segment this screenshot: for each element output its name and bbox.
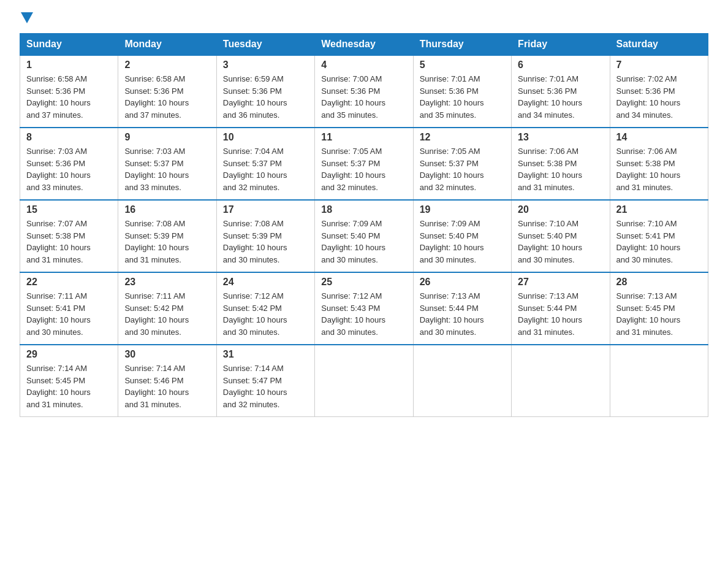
day-info: Sunrise: 7:12 AM Sunset: 5:43 PM Dayligh… xyxy=(321,290,406,338)
calendar-header-row: SundayMondayTuesdayWednesdayThursdayFrid… xyxy=(20,34,708,56)
header-thursday: Thursday xyxy=(413,34,511,56)
day-number: 27 xyxy=(518,277,603,288)
calendar-cell: 31 Sunrise: 7:14 AM Sunset: 5:47 PM Dayl… xyxy=(216,345,314,417)
day-number: 12 xyxy=(420,132,505,143)
logo xyxy=(20,15,33,23)
day-number: 13 xyxy=(518,132,603,143)
calendar-cell: 24 Sunrise: 7:12 AM Sunset: 5:42 PM Dayl… xyxy=(216,272,314,345)
calendar-cell: 22 Sunrise: 7:11 AM Sunset: 5:41 PM Dayl… xyxy=(20,272,118,345)
day-info: Sunrise: 7:13 AM Sunset: 5:44 PM Dayligh… xyxy=(518,290,603,338)
calendar-cell: 28 Sunrise: 7:13 AM Sunset: 5:45 PM Dayl… xyxy=(610,272,708,345)
day-number: 5 xyxy=(420,59,505,71)
day-info: Sunrise: 7:11 AM Sunset: 5:42 PM Dayligh… xyxy=(124,290,210,338)
calendar-cell: 10 Sunrise: 7:04 AM Sunset: 5:37 PM Dayl… xyxy=(216,128,314,200)
day-info: Sunrise: 7:14 AM Sunset: 5:45 PM Dayligh… xyxy=(26,362,112,410)
day-info: Sunrise: 7:02 AM Sunset: 5:36 PM Dayligh… xyxy=(616,73,702,121)
day-info: Sunrise: 7:04 AM Sunset: 5:37 PM Dayligh… xyxy=(223,145,308,193)
day-info: Sunrise: 7:09 AM Sunset: 5:40 PM Dayligh… xyxy=(321,218,406,266)
calendar-cell: 9 Sunrise: 7:03 AM Sunset: 5:37 PM Dayli… xyxy=(118,128,216,200)
calendar-cell: 25 Sunrise: 7:12 AM Sunset: 5:43 PM Dayl… xyxy=(315,272,413,345)
header-wednesday: Wednesday xyxy=(315,34,413,56)
calendar-week-row: 1 Sunrise: 6:58 AM Sunset: 5:36 PM Dayli… xyxy=(20,55,708,128)
day-info: Sunrise: 7:14 AM Sunset: 5:47 PM Dayligh… xyxy=(223,362,308,410)
calendar-cell: 2 Sunrise: 6:58 AM Sunset: 5:36 PM Dayli… xyxy=(118,55,216,128)
day-number: 26 xyxy=(420,277,505,288)
day-number: 31 xyxy=(223,349,308,360)
day-number: 28 xyxy=(616,277,702,288)
day-info: Sunrise: 7:09 AM Sunset: 5:40 PM Dayligh… xyxy=(420,218,505,266)
day-info: Sunrise: 7:05 AM Sunset: 5:37 PM Dayligh… xyxy=(321,145,406,193)
day-number: 15 xyxy=(26,204,112,215)
calendar-cell: 12 Sunrise: 7:05 AM Sunset: 5:37 PM Dayl… xyxy=(413,128,511,200)
day-number: 3 xyxy=(223,59,308,71)
day-info: Sunrise: 7:06 AM Sunset: 5:38 PM Dayligh… xyxy=(518,145,603,193)
calendar-cell: 3 Sunrise: 6:59 AM Sunset: 5:36 PM Dayli… xyxy=(216,55,314,128)
calendar-cell: 14 Sunrise: 7:06 AM Sunset: 5:38 PM Dayl… xyxy=(610,128,708,200)
day-number: 4 xyxy=(321,59,406,71)
calendar-cell: 5 Sunrise: 7:01 AM Sunset: 5:36 PM Dayli… xyxy=(413,55,511,128)
day-number: 29 xyxy=(26,349,112,360)
calendar-week-row: 29 Sunrise: 7:14 AM Sunset: 5:45 PM Dayl… xyxy=(20,345,708,417)
calendar-cell: 27 Sunrise: 7:13 AM Sunset: 5:44 PM Dayl… xyxy=(512,272,610,345)
calendar-cell xyxy=(610,345,708,417)
calendar-week-row: 8 Sunrise: 7:03 AM Sunset: 5:36 PM Dayli… xyxy=(20,128,708,200)
day-number: 22 xyxy=(26,277,112,288)
day-info: Sunrise: 6:59 AM Sunset: 5:36 PM Dayligh… xyxy=(223,73,308,121)
calendar-table: SundayMondayTuesdayWednesdayThursdayFrid… xyxy=(20,33,708,417)
day-info: Sunrise: 7:00 AM Sunset: 5:36 PM Dayligh… xyxy=(321,73,406,121)
day-info: Sunrise: 7:08 AM Sunset: 5:39 PM Dayligh… xyxy=(124,218,210,266)
day-number: 2 xyxy=(124,59,210,71)
day-number: 1 xyxy=(26,59,112,71)
header-friday: Friday xyxy=(512,34,610,56)
day-info: Sunrise: 7:14 AM Sunset: 5:46 PM Dayligh… xyxy=(124,362,210,410)
day-number: 16 xyxy=(124,204,210,215)
day-number: 7 xyxy=(616,59,702,71)
day-info: Sunrise: 7:13 AM Sunset: 5:44 PM Dayligh… xyxy=(420,290,505,338)
day-number: 9 xyxy=(124,132,210,143)
day-info: Sunrise: 7:06 AM Sunset: 5:38 PM Dayligh… xyxy=(616,145,702,193)
day-number: 21 xyxy=(616,204,702,215)
day-info: Sunrise: 6:58 AM Sunset: 5:36 PM Dayligh… xyxy=(124,73,210,121)
calendar-cell: 6 Sunrise: 7:01 AM Sunset: 5:36 PM Dayli… xyxy=(512,55,610,128)
day-number: 30 xyxy=(124,349,210,360)
day-info: Sunrise: 6:58 AM Sunset: 5:36 PM Dayligh… xyxy=(26,73,112,121)
day-info: Sunrise: 7:01 AM Sunset: 5:36 PM Dayligh… xyxy=(518,73,603,121)
calendar-cell: 21 Sunrise: 7:10 AM Sunset: 5:41 PM Dayl… xyxy=(610,200,708,272)
day-info: Sunrise: 7:01 AM Sunset: 5:36 PM Dayligh… xyxy=(420,73,505,121)
logo-triangle-icon xyxy=(21,12,33,23)
calendar-cell: 30 Sunrise: 7:14 AM Sunset: 5:46 PM Dayl… xyxy=(118,345,216,417)
calendar-cell: 16 Sunrise: 7:08 AM Sunset: 5:39 PM Dayl… xyxy=(118,200,216,272)
header-sunday: Sunday xyxy=(20,34,118,56)
calendar-cell: 18 Sunrise: 7:09 AM Sunset: 5:40 PM Dayl… xyxy=(315,200,413,272)
calendar-cell xyxy=(315,345,413,417)
day-number: 23 xyxy=(124,277,210,288)
calendar-cell xyxy=(512,345,610,417)
day-number: 19 xyxy=(420,204,505,215)
calendar-week-row: 22 Sunrise: 7:11 AM Sunset: 5:41 PM Dayl… xyxy=(20,272,708,345)
day-info: Sunrise: 7:11 AM Sunset: 5:41 PM Dayligh… xyxy=(26,290,112,338)
day-info: Sunrise: 7:05 AM Sunset: 5:37 PM Dayligh… xyxy=(420,145,505,193)
calendar-cell: 15 Sunrise: 7:07 AM Sunset: 5:38 PM Dayl… xyxy=(20,200,118,272)
day-info: Sunrise: 7:13 AM Sunset: 5:45 PM Dayligh… xyxy=(616,290,702,338)
header-saturday: Saturday xyxy=(610,34,708,56)
day-number: 6 xyxy=(518,59,603,71)
calendar-cell: 4 Sunrise: 7:00 AM Sunset: 5:36 PM Dayli… xyxy=(315,55,413,128)
calendar-cell xyxy=(413,345,511,417)
calendar-week-row: 15 Sunrise: 7:07 AM Sunset: 5:38 PM Dayl… xyxy=(20,200,708,272)
calendar-cell: 26 Sunrise: 7:13 AM Sunset: 5:44 PM Dayl… xyxy=(413,272,511,345)
calendar-cell: 11 Sunrise: 7:05 AM Sunset: 5:37 PM Dayl… xyxy=(315,128,413,200)
day-info: Sunrise: 7:10 AM Sunset: 5:40 PM Dayligh… xyxy=(518,218,603,266)
day-info: Sunrise: 7:07 AM Sunset: 5:38 PM Dayligh… xyxy=(26,218,112,266)
header-monday: Monday xyxy=(118,34,216,56)
calendar-cell: 7 Sunrise: 7:02 AM Sunset: 5:36 PM Dayli… xyxy=(610,55,708,128)
calendar-cell: 1 Sunrise: 6:58 AM Sunset: 5:36 PM Dayli… xyxy=(20,55,118,128)
day-number: 25 xyxy=(321,277,406,288)
day-number: 8 xyxy=(26,132,112,143)
day-number: 24 xyxy=(223,277,308,288)
calendar-cell: 17 Sunrise: 7:08 AM Sunset: 5:39 PM Dayl… xyxy=(216,200,314,272)
day-number: 17 xyxy=(223,204,308,215)
calendar-cell: 13 Sunrise: 7:06 AM Sunset: 5:38 PM Dayl… xyxy=(512,128,610,200)
day-info: Sunrise: 7:03 AM Sunset: 5:36 PM Dayligh… xyxy=(26,145,112,193)
day-number: 20 xyxy=(518,204,603,215)
day-info: Sunrise: 7:03 AM Sunset: 5:37 PM Dayligh… xyxy=(124,145,210,193)
